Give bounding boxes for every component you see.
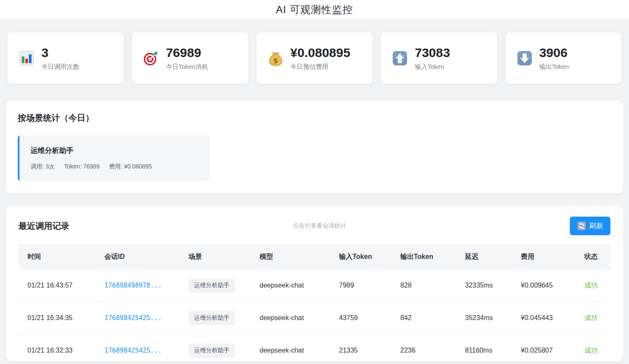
refresh-button[interactable]: 刷新	[570, 217, 610, 235]
col-header-time: 时间	[19, 244, 96, 269]
refresh-icon	[577, 222, 586, 230]
app-header: AI 可观测性监控	[0, 0, 629, 19]
table-row[interactable]: 01/21 16:32:33 176898425425... 运维分析助手 de…	[19, 334, 611, 364]
scenario-stats: 调用: 3次 Token: 76989 费用: ¥0.080895	[30, 163, 199, 171]
dart-target-icon	[143, 50, 159, 66]
stat-card-cost-today: $ ¥0.080895 今日预估费用	[256, 32, 373, 84]
col-header-output-tokens: 输出Token	[391, 244, 456, 269]
cell-time: 01/21 16:32:33	[19, 334, 96, 364]
arrow-down-icon	[517, 50, 533, 66]
scene-badge: 运维分析助手	[189, 278, 235, 293]
cell-model: deepseek-chat	[251, 302, 330, 334]
cell-time: 01/21 16:43:57	[19, 269, 96, 302]
cell-latency: 32335ms	[456, 269, 512, 302]
col-header-cost: 费用	[512, 244, 575, 269]
bar-chart-icon	[19, 50, 35, 66]
cell-input-tokens: 7989	[330, 269, 391, 302]
table-row[interactable]: 01/21 16:34:35 176898425425... 运维分析助手 de…	[19, 302, 611, 334]
col-header-input-tokens: 输入Token	[330, 244, 391, 269]
scenario-stats-panel: 按场景统计（今日） 运维分析助手 调用: 3次 Token: 76989 费用:…	[6, 101, 623, 193]
stat-value: 73083	[415, 46, 450, 60]
col-header-scene: 场景	[180, 244, 251, 269]
refresh-label: 刷新	[589, 222, 603, 231]
stat-label: 今日预估费用	[290, 63, 350, 71]
stat-value: 3906	[539, 46, 569, 60]
session-id-link[interactable]: 176898425425...	[104, 314, 161, 322]
stat-label: 输出Token	[539, 63, 569, 71]
status-badge: 成功	[584, 347, 598, 354]
scenario-cost: 费用: ¥0.080895	[109, 163, 152, 171]
session-id-link[interactable]: 176898498978...	[104, 282, 161, 289]
col-header-status: 状态	[575, 244, 611, 269]
status-badge: 成功	[584, 282, 598, 289]
stats-row: 3 今日调用次数 76989 今日Token消耗 $ ¥0.080895 今日预	[7, 32, 622, 84]
money-bag-icon: $	[268, 50, 284, 66]
scenario-name: 运维分析助手	[30, 146, 199, 155]
scenario-calls: 调用: 3次	[30, 163, 55, 171]
table-row[interactable]: 01/21 16:43:57 176898498978... 运维分析助手 de…	[19, 269, 611, 302]
col-header-model: 模型	[251, 244, 330, 269]
cell-cost: ¥0.009645	[512, 269, 575, 302]
stat-value: ¥0.080895	[290, 46, 350, 60]
records-header: 最近调用记录 点击行查看会话统计 刷新	[19, 217, 610, 235]
cell-input-tokens: 21335	[330, 334, 391, 364]
col-header-latency: 延迟	[456, 244, 512, 269]
cell-model: deepseek-chat	[251, 269, 330, 302]
stat-card-token-usage: 76989 今日Token消耗	[131, 32, 248, 84]
stat-card-output-tokens: 3906 输出Token	[505, 32, 622, 84]
stat-value: 76989	[166, 46, 208, 60]
stat-card-input-tokens: 73083 输入Token	[380, 32, 497, 84]
cell-output-tokens: 2236	[391, 334, 456, 364]
cell-time: 01/21 16:34:35	[19, 302, 96, 334]
session-id-link[interactable]: 176898425425...	[104, 347, 161, 354]
records-table: 时间 会话ID 场景 模型 输入Token 输出Token 延迟 费用 状态 0…	[19, 244, 611, 364]
cell-output-tokens: 842	[391, 302, 456, 334]
stat-label: 今日Token消耗	[166, 63, 208, 71]
status-badge: 成功	[584, 314, 598, 321]
stat-label: 输入Token	[415, 63, 450, 71]
stat-card-calls-today: 3 今日调用次数	[7, 32, 124, 84]
scene-badge: 运维分析助手	[189, 343, 235, 358]
scene-badge: 运维分析助手	[189, 311, 235, 325]
table-header-row: 时间 会话ID 场景 模型 输入Token 输出Token 延迟 费用 状态	[19, 244, 611, 269]
svg-text:$: $	[273, 56, 278, 64]
cell-latency: 35234ms	[456, 302, 512, 334]
cell-cost: ¥0.025807	[512, 334, 575, 364]
page-title: AI 可观测性监控	[276, 3, 353, 16]
records-section-title: 最近调用记录	[19, 220, 69, 232]
cell-model: deepseek-chat	[251, 334, 330, 364]
cell-output-tokens: 828	[391, 269, 456, 302]
stat-label: 今日调用次数	[41, 63, 79, 71]
stat-value: 3	[41, 46, 79, 60]
scenario-card: 运维分析助手 调用: 3次 Token: 76989 费用: ¥0.080895	[18, 136, 210, 181]
cell-input-tokens: 43759	[330, 302, 391, 334]
arrow-up-icon	[392, 50, 408, 66]
scenario-section-title: 按场景统计（今日）	[18, 112, 611, 124]
col-header-session-id: 会话ID	[96, 244, 180, 269]
records-hint: 点击行查看会话统计	[69, 222, 570, 230]
scenario-tokens: Token: 76989	[64, 163, 100, 171]
cell-cost: ¥0.045443	[512, 302, 575, 334]
recent-records-panel: 最近调用记录 点击行查看会话统计 刷新 时间 会话ID 场景 模型	[6, 206, 623, 361]
cell-latency: 81160ms	[456, 334, 512, 364]
